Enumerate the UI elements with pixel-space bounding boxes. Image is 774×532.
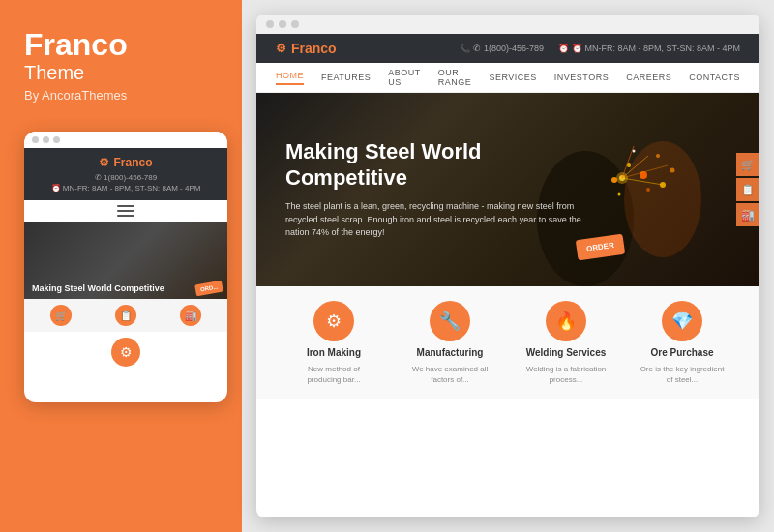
nav-about[interactable]: ABOUT US — [388, 68, 420, 87]
right-panel: ⚙ Franco 📞 ✆ 1(800)-456-789 ⏰ ⏰ MN-FR: 8… — [242, 0, 774, 532]
left-panel: Franco Theme By AncoraThemes ⚙ Franco ✆ … — [0, 0, 242, 532]
service-icon-ore: 💎 — [662, 301, 702, 341]
hero-side-icon-2[interactable]: 📋 — [736, 178, 759, 201]
hamburger-icon[interactable] — [117, 205, 134, 217]
mobile-dot-2 — [43, 136, 49, 143]
nav-contacts[interactable]: CONTACTS — [689, 73, 740, 82]
hero-side-icons: 🛒 📋 🏭 — [736, 153, 759, 226]
service-name-welding: Welding Services — [526, 347, 607, 358]
nav-home[interactable]: HOME — [276, 71, 304, 85]
desktop-phone: 📞 ✆ 1(800)-456-789 — [460, 44, 544, 53]
mobile-logo-text: Franco — [113, 156, 152, 169]
mobile-mockup: ⚙ Franco ✆ 1(800)-456-789 ⏰ MN-FR: 8AM -… — [24, 132, 227, 402]
service-iron-making: ⚙ Iron Making New method of producing ba… — [290, 301, 377, 385]
mobile-titlebar — [24, 132, 227, 148]
hero-side-icon-1[interactable]: 🛒 — [736, 153, 759, 176]
brand-theme: Theme — [24, 62, 218, 84]
desktop-logo: ⚙ Franco — [276, 41, 337, 56]
mobile-gear-icon: ⚙ — [99, 156, 109, 169]
service-name-manufacturing: Manufacturing — [417, 347, 484, 358]
desktop-titlebar — [256, 15, 759, 34]
service-name-ore: Ore Purchase — [650, 347, 713, 358]
desktop-dot-2 — [279, 20, 286, 28]
service-icon-iron: ⚙ — [313, 301, 354, 341]
ham-line-2 — [117, 210, 134, 212]
nav-range[interactable]: OUR RANGE — [438, 68, 472, 87]
desktop-nav: HOME FEATURES ABOUT US OUR RANGE SERVICE… — [256, 63, 759, 93]
service-desc-welding: Welding is a fabrication process... — [522, 364, 610, 385]
brand-by: By AncoraThemes — [24, 88, 218, 103]
desktop-gear-icon: ⚙ — [276, 42, 286, 55]
mobile-logo: ⚙ Franco — [34, 156, 218, 169]
mobile-hours: ⏰ MN-FR: 8AM - 8PM, ST-SN: 8AM - 4PM — [34, 184, 218, 192]
service-icon-manufacturing: 🔧 — [430, 301, 470, 341]
mobile-hero-text: Making Steel World Competitive — [32, 283, 164, 293]
nav-features[interactable]: FEATURES — [321, 73, 371, 82]
service-welding: 🔥 Welding Services Welding is a fabricat… — [522, 301, 610, 385]
svg-point-17 — [624, 141, 701, 257]
mobile-phone: ✆ 1(800)-456-789 — [34, 173, 218, 182]
ham-line-3 — [117, 215, 134, 217]
hours-text: ⏰ MN-FR: 8AM - 8PM, ST-SN: 8AM - 4PM — [572, 44, 740, 53]
nav-careers[interactable]: CAREERS — [626, 73, 671, 82]
mobile-icons-row: 🛒 📋 🏭 — [24, 299, 227, 332]
brand-block: Franco Theme By AncoraThemes — [24, 29, 218, 103]
service-desc-manufacturing: We have examined all factors of... — [406, 364, 493, 385]
mobile-dot-1 — [32, 136, 39, 143]
desktop-dot-3 — [291, 20, 299, 28]
service-desc-iron: New method of producing bar... — [290, 364, 377, 385]
desktop-hours: ⏰ ⏰ MN-FR: 8AM - 8PM, ST-SN: 8AM - 4PM — [558, 44, 740, 53]
desktop-dot-1 — [266, 20, 274, 28]
phone-icon: 📞 — [460, 44, 470, 53]
desktop-logo-text: Franco — [291, 41, 337, 56]
service-desc-ore: Ore is the key ingredient of steel... — [639, 364, 726, 385]
service-icon-welding: 🔥 — [546, 301, 586, 341]
mobile-service-icon-row: ⚙ — [24, 338, 227, 367]
mobile-hero: Making Steel World Competitive ORD... — [24, 222, 227, 299]
mobile-icon-factory[interactable]: 🏭 — [180, 305, 201, 326]
phone-text: ✆ 1(800)-456-789 — [473, 44, 544, 53]
desktop-contact: 📞 ✆ 1(800)-456-789 ⏰ ⏰ MN-FR: 8AM - 8PM,… — [460, 44, 740, 53]
nav-investors[interactable]: INVESTORS — [554, 73, 609, 82]
services-section: ⚙ Iron Making New method of producing ba… — [256, 286, 759, 399]
desktop-mockup: ⚙ Franco 📞 ✆ 1(800)-456-789 ⏰ ⏰ MN-FR: 8… — [256, 15, 759, 517]
hero-side-icon-3[interactable]: 🏭 — [736, 203, 759, 226]
hero-content: Making Steel World Competitive The steel… — [285, 139, 595, 239]
clock-icon: ⏰ — [558, 44, 569, 53]
service-ore-purchase: 💎 Ore Purchase Ore is the key ingredient… — [639, 301, 726, 385]
brand-name: Franco — [24, 29, 218, 60]
mobile-icon-calendar[interactable]: 📋 — [115, 305, 136, 326]
mobile-contact: ✆ 1(800)-456-789 ⏰ MN-FR: 8AM - 8PM, ST-… — [34, 173, 218, 192]
nav-services[interactable]: SERVICES — [489, 73, 536, 82]
svg-point-10 — [618, 193, 621, 196]
service-name-iron: Iron Making — [307, 347, 361, 358]
service-manufacturing: 🔧 Manufacturing We have examined all fac… — [406, 301, 493, 385]
hero-description: The steel plant is a lean, green, recycl… — [285, 200, 595, 240]
hero-title: Making Steel World Competitive — [285, 139, 595, 191]
ham-line-1 — [117, 205, 134, 207]
mobile-icon-cart[interactable]: 🛒 — [50, 305, 72, 326]
desktop-site-header: ⚙ Franco 📞 ✆ 1(800)-456-789 ⏰ ⏰ MN-FR: 8… — [256, 34, 759, 63]
desktop-hero: Making Steel World Competitive The steel… — [256, 93, 759, 286]
mobile-dot-3 — [53, 136, 60, 143]
mobile-nav — [24, 200, 227, 222]
mobile-service-circle: ⚙ — [111, 338, 140, 367]
mobile-site-header: ⚙ Franco ✆ 1(800)-456-789 ⏰ MN-FR: 8AM -… — [24, 148, 227, 200]
